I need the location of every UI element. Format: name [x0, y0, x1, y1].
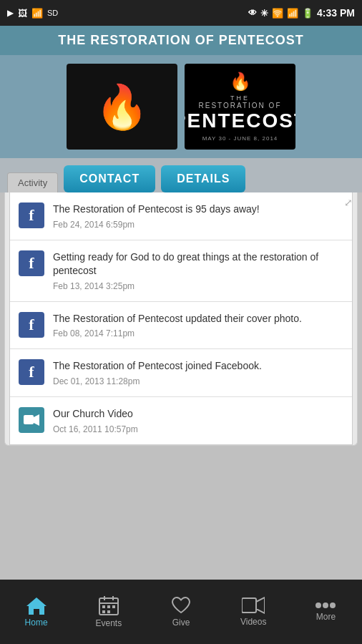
- app-title-bar: THE RESTORATION OF PENTECOST: [0, 26, 362, 55]
- svg-point-16: [330, 602, 336, 608]
- pentecost-hero-image: 🔥 THE RESTORATION OF PENTECOST MAY 30 - …: [185, 64, 295, 150]
- svg-rect-0: [24, 415, 34, 424]
- item-title: The Restoration of Pentecost updated the…: [53, 312, 343, 326]
- svg-rect-12: [242, 598, 256, 613]
- app-title: THE RESTORATION OF PENTECOST: [58, 33, 303, 47]
- sd-icon: SD: [47, 9, 58, 17]
- battery-icon: 🔋: [302, 8, 313, 19]
- svg-marker-1: [34, 414, 39, 426]
- pentecost-label: PENTECOST: [185, 109, 295, 132]
- date-label: MAY 30 - JUNE 8, 2014: [202, 135, 278, 142]
- cell-signal-icon: 📶: [287, 8, 298, 19]
- item-content: The Restoration of Pentecost joined Face…: [53, 359, 343, 386]
- videos-nav-label: Videos: [240, 617, 266, 627]
- status-right-icons: 👁 ✳ 🛜 📶 🔋 4:33 PM: [248, 7, 355, 19]
- item-content: Getting ready for God to do great things…: [53, 250, 343, 291]
- hero-section: 🔥 🔥 THE RESTORATION OF PENTECOST MAY 30 …: [0, 55, 362, 158]
- nav-item-events[interactable]: Events: [72, 595, 145, 628]
- svg-rect-9: [112, 605, 115, 608]
- facebook-icon: f: [19, 250, 44, 276]
- item-title: Our Church Video: [53, 407, 343, 421]
- contact-button[interactable]: CONTACT: [64, 165, 155, 192]
- nav-item-videos[interactable]: Videos: [217, 597, 290, 627]
- give-nav-label: Give: [172, 618, 190, 628]
- item-date: Oct 16, 2011 10:57pm: [53, 424, 343, 434]
- item-date: Feb 24, 2014 6:59pm: [53, 220, 343, 230]
- item-date: Feb 13, 2014 3:25pm: [53, 281, 343, 291]
- home-nav-label: Home: [25, 618, 48, 628]
- give-heart-icon: [171, 596, 191, 615]
- time-display: 4:33 PM: [317, 7, 355, 19]
- list-item[interactable]: f The Restoration of Pentecost is 95 day…: [10, 192, 352, 240]
- facebook-icon: f: [19, 312, 44, 338]
- svg-marker-2: [26, 597, 47, 615]
- list-item[interactable]: Our Church Video Oct 16, 2011 10:57pm: [10, 397, 352, 444]
- status-left-icons: ▶ 🖼 📶 SD: [7, 8, 58, 19]
- bluetooth-icon: ✳: [260, 8, 268, 19]
- item-content: Our Church Video Oct 16, 2011 10:57pm: [53, 407, 343, 434]
- item-content: The Restoration of Pentecost is 95 days …: [53, 203, 343, 230]
- activity-tab[interactable]: Activity: [7, 172, 58, 192]
- status-bar: ▶ 🖼 📶 SD 👁 ✳ 🛜 📶 🔋 4:33 PM: [0, 0, 362, 26]
- eye-icon: 👁: [248, 8, 257, 18]
- wifi-icon: 📶: [31, 8, 43, 19]
- svg-rect-8: [107, 605, 110, 608]
- nav-item-give[interactable]: Give: [145, 596, 217, 628]
- restoration-label: RESTORATION OF: [199, 102, 282, 109]
- activity-list: f The Restoration of Pentecost is 95 day…: [9, 192, 353, 445]
- home-icon: [26, 596, 47, 615]
- item-date: Feb 08, 2014 7:11pm: [53, 328, 343, 338]
- events-icon: [99, 595, 119, 615]
- more-nav-label: More: [316, 612, 336, 622]
- wifi-signal-icon: 🛜: [272, 8, 283, 19]
- events-nav-label: Events: [95, 618, 122, 628]
- item-title: The Restoration of Pentecost is 95 days …: [53, 203, 343, 217]
- item-date: Dec 01, 2013 11:28pm: [53, 376, 343, 386]
- videos-icon: [242, 597, 265, 614]
- details-button[interactable]: DETAILS: [161, 165, 245, 192]
- item-title: The Restoration of Pentecost joined Face…: [53, 359, 343, 374]
- svg-rect-7: [102, 605, 105, 608]
- svg-point-15: [323, 602, 328, 608]
- item-content: The Restoration of Pentecost updated the…: [53, 312, 343, 339]
- facebook-icon: f: [19, 359, 44, 385]
- list-item[interactable]: f The Restoration of Pentecost joined Fa…: [10, 349, 352, 397]
- flame-hero-image: 🔥: [67, 64, 177, 150]
- item-title: Getting ready for God to do great things…: [53, 250, 343, 278]
- nav-item-more[interactable]: More: [290, 602, 362, 622]
- pentecost-logo: 🔥 THE RESTORATION OF PENTECOST MAY 30 - …: [185, 64, 295, 150]
- facebook-icon: f: [19, 203, 44, 228]
- image-icon: 🖼: [18, 8, 27, 19]
- play-icon: ▶: [7, 8, 14, 18]
- video-camera-icon: [19, 407, 44, 433]
- activity-list-container: ⤢ f The Restoration of Pentecost is 95 d…: [4, 192, 358, 446]
- flame-icon: 🔥: [95, 82, 149, 132]
- expand-icon[interactable]: ⤢: [344, 197, 353, 208]
- more-icon: [315, 602, 336, 609]
- svg-point-14: [315, 602, 321, 608]
- list-item[interactable]: f Getting ready for God to do great thin…: [10, 240, 352, 302]
- small-flame-icon: 🔥: [230, 72, 251, 92]
- bottom-nav: Home Events Give Videos: [0, 580, 362, 644]
- list-item[interactable]: f The Restoration of Pentecost updated t…: [10, 302, 352, 350]
- action-row: Activity CONTACT DETAILS: [0, 158, 362, 192]
- svg-rect-11: [107, 610, 110, 613]
- svg-rect-10: [102, 610, 105, 613]
- nav-item-home[interactable]: Home: [0, 596, 72, 628]
- svg-marker-13: [256, 597, 265, 613]
- the-label: THE: [230, 94, 250, 102]
